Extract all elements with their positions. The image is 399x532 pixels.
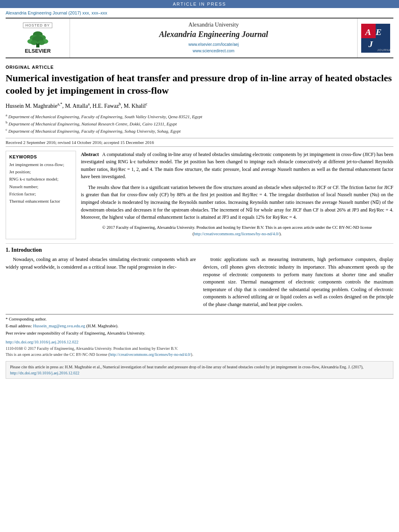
keyword-2: Jet position; (9, 169, 72, 175)
footnote-email: E-mail address: Hussein_mag@eng.svu.edu.… (6, 323, 393, 329)
affiliation-a: a Department of Mechanical Engineering, … (6, 113, 393, 120)
intro-left-text: Nowadays, cooling an array of heated obs… (6, 256, 196, 271)
affiliation-b: b Department of Mechanical Engineering, … (6, 120, 393, 127)
footnote-area: * Corresponding author. E-mail address: … (6, 314, 393, 337)
intro-right-col: tronic applications such as measuring in… (203, 256, 393, 310)
abstract-license: © 2017 Faculty of Engineering, Alexandri… (81, 224, 393, 237)
main-content: ORIGINAL ARTICLE Numerical investigation… (0, 58, 399, 379)
citation-doi-link[interactable]: http://dx.doi.org/10.1016/j.aej.2016.12.… (10, 371, 79, 375)
aej-logo-section: A E J JOURNAL (357, 18, 393, 58)
journal-name-header: Alexandria Engineering Journal (159, 30, 268, 39)
section-divider-1 (6, 243, 393, 244)
intro-left-col: Nowadays, cooling an array of heated obs… (6, 256, 196, 310)
author4-sup: c (146, 102, 147, 106)
abstract-label: Abstract (81, 152, 99, 157)
keywords-box: KEYWORDS Jet impingement in cross-flow; … (6, 151, 76, 240)
footer-copyright: 1110-0168 © 2017 Faculty of Engineering,… (6, 346, 178, 351)
author2-sup: a (88, 102, 89, 106)
journal-link[interactable]: Alexandria Engineering Journal (2017) xx… (6, 10, 107, 15)
author1-name: Hussein M. Maghrabie (6, 103, 58, 109)
license-link[interactable]: http://creativecommons.org/licenses/by-n… (194, 232, 279, 236)
elsevier-logo: ELSEVIER (16, 30, 60, 54)
article-in-press-banner: ARTICLE IN PRESS (0, 0, 399, 8)
affiliation-c: c Department of Mechanical Engineering, … (6, 127, 393, 134)
keyword-3: RNG k-ε turbulence model; (9, 176, 72, 182)
abstract-paragraph-1: Abstract A computational study of coolin… (81, 151, 393, 181)
svg-text:JOURNAL: JOURNAL (377, 49, 390, 51)
abstract-section: KEYWORDS Jet impingement in cross-flow; … (6, 151, 393, 240)
received-line: Received 2 September 2016; revised 14 Oc… (6, 138, 393, 147)
footnote-star: * Corresponding author. (6, 316, 393, 322)
svg-text:ELSEVIER: ELSEVIER (25, 48, 51, 54)
keyword-1: Jet impingement in cross-flow; (9, 162, 72, 168)
author1-sup: a,* (58, 102, 62, 106)
keyword-4: Nusselt number; (9, 184, 72, 190)
article-type-label: ORIGINAL ARTICLE (6, 65, 393, 70)
intro-right-text: tronic applications such as measuring in… (203, 256, 393, 308)
university-name: Alexandria University (189, 22, 239, 28)
footnote-peer-review: Peer review under responsibility of Facu… (6, 330, 393, 337)
author3-sup: b (119, 102, 121, 106)
elsevier-logo-svg: ELSEVIER (16, 31, 60, 54)
keywords-title: KEYWORDS (9, 154, 72, 159)
footnote-email-link[interactable]: Hussein_mag@eng.svu.edu.eg (33, 324, 85, 328)
citation-box: Please cite this article in press as: H.… (6, 361, 393, 379)
svg-text:E: E (375, 27, 382, 37)
footnote-email-suffix: (H.M. Maghrabie). (86, 324, 118, 328)
introduction-heading: 1. Introduction (6, 247, 393, 253)
abstract-paragraph-2: The results show that there is a signifi… (81, 184, 393, 221)
abstract-text-1: A computational study of cooling in-line… (81, 152, 393, 180)
author3-name: H.E. Fawaz (93, 103, 119, 109)
author4-name: M. Khalil (124, 103, 146, 109)
journal-link-bar: Alexandria Engineering Journal (2017) xx… (0, 8, 399, 18)
introduction-body: Nowadays, cooling an array of heated obs… (6, 256, 393, 310)
oa-link[interactable]: http://creativecommons.org/licenses/by-n… (110, 352, 191, 357)
svg-text:J: J (368, 39, 373, 49)
aej-journal-logo: A E J JOURNAL (361, 24, 390, 53)
elsevier-logo-section: HOSTED BY ELSEVIER (6, 18, 70, 58)
journal-header: HOSTED BY ELSEVIER Alexandria University… (6, 18, 393, 58)
footer-open-access: This is an open access article under the… (6, 352, 193, 357)
keyword-5: Friction factor; (9, 191, 72, 197)
keyword-6: Thermal enhancement factor (9, 198, 72, 204)
header-center: Alexandria University Alexandria Enginee… (70, 18, 357, 58)
author2-name: M. Attalla (65, 103, 88, 109)
svg-text:A: A (364, 27, 371, 37)
article-title: Numerical investigation of heat transfer… (6, 72, 393, 97)
doi-link[interactable]: http://dx.doi.org/10.1016/j.aej.2016.12.… (6, 340, 78, 344)
authors-line: Hussein M. Maghrabiea,*, M. Attallaa, H.… (6, 101, 393, 110)
hosted-by-label: HOSTED BY (23, 23, 52, 28)
affiliations: a Department of Mechanical Engineering, … (6, 113, 393, 134)
doi-bar: http://dx.doi.org/10.1016/j.aej.2016.12.… (6, 339, 393, 358)
abstract-text-col: Abstract A computational study of coolin… (81, 151, 393, 240)
journal-urls: www.elsevier.com/locate/aej www.scienced… (188, 41, 239, 54)
svg-rect-8 (36, 43, 39, 47)
